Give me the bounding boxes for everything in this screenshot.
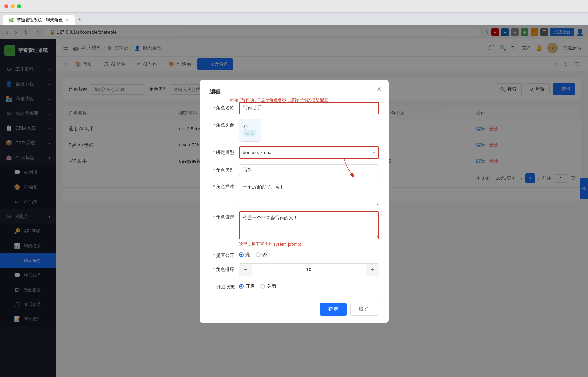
maximize-button[interactable] — [17, 4, 21, 8]
radio-status-off[interactable]: 关闭 — [260, 283, 276, 289]
browser-tab[interactable]: 🌿 芋道管理系统 - 聊天角色 ✕ — [3, 15, 75, 25]
sort-label: * 角色排序 — [209, 263, 235, 273]
modal-close-icon[interactable]: ✕ — [376, 85, 382, 93]
modal-title: 编辑 — [209, 88, 379, 96]
is-public-label: * 是否公开 — [209, 249, 235, 259]
form-item-sort: * 角色排序 − ＋ — [209, 263, 379, 276]
role-name-input[interactable] — [239, 102, 379, 114]
sort-input[interactable] — [252, 265, 366, 274]
form-item-role-name: * 角色名称 — [209, 102, 379, 114]
status-radio-group: 开启 关闭 — [239, 281, 379, 289]
status-label: 开启状态 — [209, 281, 235, 290]
avatar-control: 🦢 — [239, 119, 379, 142]
bind-model-label: * 绑定模型 — [209, 146, 235, 156]
role-type-control — [239, 164, 379, 176]
is-public-radio-group: 是 否 — [239, 249, 379, 258]
cancel-button[interactable]: 取 消 — [350, 303, 379, 316]
tab-favicon: 🌿 — [8, 18, 14, 23]
role-type-label: * 角色类别 — [209, 164, 235, 173]
browser-chrome — [0, 0, 588, 13]
avatar-upload[interactable]: 🦢 — [239, 119, 261, 142]
confirm-button[interactable]: 确定 — [320, 303, 347, 316]
radio-yes[interactable]: 是 — [239, 252, 250, 258]
tab-title: 芋道管理系统 - 聊天角色 — [17, 17, 63, 23]
radio-yes-label: 是 — [245, 252, 250, 258]
tab-close-icon[interactable]: ✕ — [65, 18, 69, 23]
stepper-plus-button[interactable]: ＋ — [366, 264, 379, 276]
form-item-status: 开启状态 开启 关闭 — [209, 281, 379, 290]
edit-modal: 编辑 ✕ 约定 "写作助手" 这个角色名称，进行写作的模型配置 * 角色名称 *… — [200, 80, 389, 323]
form-item-bind-model: * 绑定模型 deepseek-chat gpt-3.5-turbo qwen-… — [209, 146, 379, 159]
annotation-text-2: 这里，用于写作的 system prompt — [239, 241, 301, 247]
radio-no[interactable]: 否 — [256, 252, 267, 258]
traffic-lights — [4, 4, 21, 8]
is-public-control: 是 否 — [239, 249, 379, 258]
annotation-text-1: 约定 "写作助手" 这个角色名称，进行写作的模型配置 — [230, 97, 328, 103]
bind-model-control: deepseek-chat gpt-3.5-turbo qwen-72b-cha… — [239, 146, 379, 159]
radio-off-circle — [260, 284, 265, 289]
role-desc-label: * 角色描述 — [209, 181, 235, 190]
modal-overlay[interactable]: 编辑 ✕ 约定 "写作助手" 这个角色名称，进行写作的模型配置 * 角色名称 *… — [0, 25, 588, 377]
radio-on-circle — [239, 284, 244, 289]
radio-yes-circle — [239, 252, 244, 257]
role-setting-label: * 角色设定 — [209, 211, 235, 220]
radio-on-label: 开启 — [245, 283, 255, 289]
form-item-role-desc: * 角色描述 一个厉害的写手高手 — [209, 181, 379, 206]
role-desc-control: 一个厉害的写手高手 — [239, 181, 379, 206]
role-setting-control: 你是一个非常会写作的人！ 这里，用于写作的 system prompt — [239, 211, 379, 240]
bind-model-select[interactable]: deepseek-chat gpt-3.5-turbo qwen-72b-cha… — [239, 146, 379, 159]
avatar-label: * 角色头像 — [209, 119, 235, 128]
browser-tab-bar: 🌿 芋道管理系统 - 聊天角色 ✕ ＋ — [0, 13, 588, 25]
radio-off-label: 关闭 — [267, 283, 276, 289]
form-item-avatar: * 角色头像 🦢 — [209, 119, 379, 142]
status-control: 开启 关闭 — [239, 281, 379, 289]
role-name-label: * 角色名称 — [209, 102, 235, 111]
role-desc-input[interactable]: 一个厉害的写手高手 — [239, 181, 379, 205]
role-name-control — [239, 102, 379, 114]
close-button[interactable] — [4, 4, 8, 8]
minimize-button[interactable] — [11, 4, 15, 8]
avatar-emoji: 🦢 — [242, 123, 258, 138]
form-item-role-type: * 角色类别 — [209, 164, 379, 176]
radio-status-on[interactable]: 开启 — [239, 283, 255, 289]
radio-no-circle — [256, 252, 261, 257]
role-setting-input[interactable]: 你是一个非常会写作的人！ — [239, 211, 379, 239]
form-item-is-public: * 是否公开 是 否 — [209, 249, 379, 259]
sort-control: − ＋ — [239, 263, 379, 276]
number-stepper: − ＋ — [239, 263, 379, 276]
role-type-input[interactable] — [239, 164, 379, 176]
new-tab-button[interactable]: ＋ — [75, 13, 85, 25]
stepper-minus-button[interactable]: − — [239, 264, 252, 276]
radio-no-label: 否 — [262, 252, 267, 258]
form-item-role-setting: * 角色设定 你是一个非常会写作的人！ 这里，用于写作的 system prom… — [209, 211, 379, 240]
modal-footer: 确定 取 消 — [209, 297, 379, 316]
